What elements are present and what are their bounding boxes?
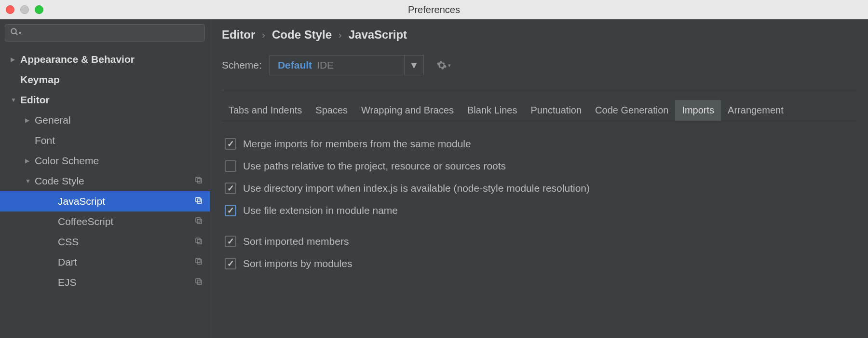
svg-rect-5 — [196, 197, 200, 202]
gear-icon — [436, 60, 447, 70]
copy-settings-icon — [194, 176, 203, 187]
checkbox[interactable] — [225, 160, 236, 172]
checkbox-row: Sort imports by modules — [225, 253, 854, 275]
tab-label: Punctuation — [530, 105, 582, 115]
tree-item[interactable]: ▶Appearance & Behavior — [0, 49, 210, 70]
tree-item-label: Code Style — [35, 175, 194, 187]
chevron-down-icon: ▾ — [448, 62, 451, 69]
svg-rect-10 — [197, 260, 202, 264]
tree-item-label: CoffeeScript — [58, 216, 194, 227]
checkbox[interactable] — [225, 183, 236, 194]
breadcrumb-segment: Code Style — [272, 28, 332, 42]
tree-item[interactable]: Font — [0, 130, 210, 151]
tab[interactable]: Blank Lines — [461, 100, 524, 121]
options-list: Merge imports for members from the same … — [222, 121, 856, 286]
tree-arrow-icon[interactable]: ▼ — [11, 97, 20, 103]
tab-label: Code Generation — [595, 105, 668, 115]
tree-item[interactable]: ▶General — [0, 110, 210, 130]
tree-arrow-icon[interactable]: ▶ — [11, 56, 20, 63]
window-title: Preferences — [408, 4, 460, 15]
window-close-button[interactable] — [6, 5, 14, 14]
scheme-label: Scheme: — [222, 59, 262, 71]
svg-point-0 — [11, 28, 16, 34]
tab-label: Tabs and Indents — [229, 105, 302, 115]
breadcrumb-separator-icon: › — [339, 29, 342, 41]
checkbox-label: Use directory import when index.js is av… — [243, 183, 590, 194]
search-icon — [10, 28, 19, 39]
checkbox-label: Use file extension in module name — [243, 205, 398, 216]
scheme-tag: IDE — [317, 59, 334, 71]
scheme-name: Default — [278, 59, 312, 71]
tab[interactable]: Spaces — [309, 100, 354, 121]
copy-settings-icon — [194, 277, 203, 288]
tree-arrow-icon[interactable]: ▼ — [25, 178, 35, 184]
window-minimize-button[interactable] — [20, 5, 29, 14]
svg-rect-9 — [196, 238, 200, 242]
svg-line-1 — [15, 33, 17, 35]
tab[interactable]: Code Generation — [588, 100, 675, 121]
tree-item[interactable]: ▼Editor — [0, 90, 210, 110]
tab-label: Spaces — [315, 105, 348, 115]
svg-rect-7 — [196, 218, 200, 222]
svg-rect-3 — [196, 177, 200, 182]
svg-rect-12 — [197, 280, 202, 284]
tab-label: Wrapping and Braces — [361, 105, 454, 115]
tab[interactable]: Imports — [675, 100, 721, 121]
breadcrumb-segment: Editor — [222, 28, 255, 42]
tab-label: Arrangement — [728, 105, 784, 115]
search-history-chevron-icon[interactable]: ▾ — [19, 30, 21, 36]
content-panel: Editor › Code Style › JavaScript Scheme:… — [210, 19, 868, 338]
tab-label: Imports — [682, 105, 714, 115]
checkbox-row: Use file extension in module name — [225, 199, 854, 222]
checkbox-label: Sort imported members — [243, 236, 349, 247]
tree-item[interactable]: Keymap — [0, 70, 210, 90]
breadcrumb-separator-icon: › — [262, 29, 265, 41]
tree-item-label: Keymap — [20, 74, 203, 85]
tree-item-label: Appearance & Behavior — [20, 54, 203, 65]
divider — [222, 90, 856, 90]
scheme-select[interactable]: Default IDE ▼ — [270, 55, 424, 75]
svg-rect-2 — [197, 179, 202, 183]
scheme-value: Default IDE — [270, 59, 404, 71]
tree-item[interactable]: ▶Color Scheme — [0, 151, 210, 171]
traffic-lights — [6, 5, 43, 14]
tab[interactable]: Arrangement — [721, 100, 790, 121]
copy-settings-icon — [194, 196, 203, 207]
tree-item[interactable]: EJS — [0, 272, 210, 293]
checkbox[interactable] — [225, 258, 236, 269]
checkbox-row: Merge imports for members from the same … — [225, 133, 854, 155]
checkbox-row: Use paths relative to the project, resou… — [225, 155, 854, 177]
search-input[interactable]: ▾ — [5, 24, 205, 42]
checkbox[interactable] — [225, 138, 236, 150]
breadcrumb-segment: JavaScript — [349, 28, 407, 42]
checkbox-label: Use paths relative to the project, resou… — [243, 160, 506, 172]
tree-item-label: Dart — [58, 256, 194, 268]
tab[interactable]: Punctuation — [524, 100, 588, 121]
tree-item[interactable]: Dart — [0, 252, 210, 272]
tree-arrow-icon[interactable]: ▶ — [25, 157, 35, 164]
window-maximize-button[interactable] — [35, 5, 43, 14]
breadcrumb: Editor › Code Style › JavaScript — [222, 28, 856, 42]
tab[interactable]: Tabs and Indents — [222, 100, 309, 121]
tab[interactable]: Wrapping and Braces — [354, 100, 461, 121]
svg-rect-11 — [196, 258, 200, 263]
tree-item-label: Editor — [20, 94, 203, 106]
tree-item[interactable]: JavaScript — [0, 191, 210, 211]
svg-rect-13 — [196, 279, 200, 283]
checkbox-label: Merge imports for members from the same … — [243, 138, 471, 150]
copy-settings-icon — [194, 216, 203, 227]
checkbox[interactable] — [225, 236, 236, 247]
search-wrapper: ▾ — [0, 19, 210, 46]
tree-item[interactable]: CoffeeScript — [0, 211, 210, 232]
tree-arrow-icon[interactable]: ▶ — [25, 117, 35, 124]
tree-item[interactable]: ▼Code Style — [0, 171, 210, 191]
svg-rect-4 — [197, 199, 202, 203]
chevron-down-icon: ▼ — [409, 60, 419, 71]
checkbox[interactable] — [225, 205, 236, 216]
scheme-dropdown-button[interactable]: ▼ — [404, 56, 423, 75]
main-container: ▾ ▶Appearance & BehaviorKeymap▼Editor▶Ge… — [0, 19, 868, 338]
tree-item-label: JavaScript — [58, 196, 194, 207]
tree-item[interactable]: CSS — [0, 232, 210, 252]
scheme-actions-button[interactable]: ▾ — [436, 60, 451, 70]
spacer — [225, 222, 854, 230]
